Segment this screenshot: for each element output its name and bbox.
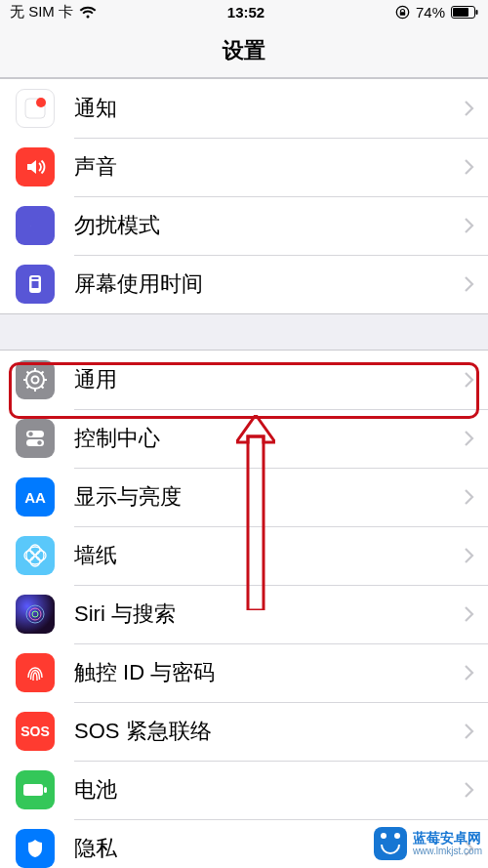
svg-point-31 — [32, 611, 38, 617]
chevron-right-icon — [465, 276, 474, 292]
row-label: 屏幕使用时间 — [74, 269, 465, 299]
svg-point-30 — [29, 608, 41, 620]
svg-point-6 — [36, 98, 46, 107]
row-do-not-disturb[interactable]: 勿扰模式 — [0, 196, 488, 255]
screen-time-icon — [16, 265, 55, 304]
chevron-right-icon — [465, 665, 474, 681]
status-right: 74% — [395, 4, 478, 21]
row-label: 声音 — [74, 152, 465, 182]
chevron-right-icon — [465, 548, 474, 563]
battery-icon — [451, 6, 478, 19]
sos-icon-text: SOS — [20, 723, 50, 739]
svg-line-16 — [27, 372, 30, 375]
general-icon — [16, 360, 55, 399]
row-display-brightness[interactable]: AA 显示与亮度 — [0, 468, 488, 526]
row-sounds[interactable]: 声音 — [0, 138, 488, 196]
svg-point-11 — [32, 377, 39, 384]
row-label: SOS 紧急联络 — [74, 717, 465, 746]
battery-settings-icon — [16, 770, 55, 809]
sounds-icon — [16, 147, 55, 186]
settings-group-2: 通用 控制中心 AA 显示与亮度 墙纸 — [0, 350, 488, 868]
chevron-right-icon — [465, 101, 474, 116]
chevron-right-icon — [465, 489, 474, 505]
chevron-right-icon — [465, 606, 474, 622]
row-touch-id[interactable]: 触控 ID 与密码 — [0, 643, 488, 702]
display-icon-text: AA — [24, 489, 46, 506]
status-left: 无 SIM 卡 — [10, 3, 97, 21]
row-battery[interactable]: 电池 — [0, 761, 488, 819]
row-label: 通知 — [74, 94, 465, 123]
row-sos[interactable]: SOS SOS 紧急联络 — [0, 702, 488, 761]
chevron-right-icon — [465, 159, 474, 175]
svg-rect-9 — [32, 277, 39, 279]
row-label: 触控 ID 与密码 — [74, 658, 465, 687]
svg-rect-32 — [23, 784, 43, 796]
siri-icon — [16, 595, 55, 634]
svg-point-24 — [26, 547, 44, 564]
status-bar: 无 SIM 卡 13:52 74% — [0, 0, 488, 23]
chevron-right-icon — [465, 723, 474, 739]
watermark-line2: www.lmkjst.com — [413, 846, 482, 856]
do-not-disturb-icon — [16, 206, 55, 245]
row-wallpaper[interactable]: 墙纸 — [0, 526, 488, 585]
row-label: 墙纸 — [74, 541, 465, 570]
wifi-icon — [79, 6, 97, 19]
svg-point-23 — [37, 440, 41, 444]
sos-icon: SOS — [16, 712, 55, 751]
svg-rect-3 — [453, 8, 468, 17]
settings-content: 通知 声音 勿扰模式 屏幕使用时间 — [0, 78, 488, 868]
orientation-lock-icon — [395, 5, 410, 20]
control-center-icon — [16, 419, 55, 458]
status-time: 13:52 — [227, 4, 264, 21]
row-screen-time[interactable]: 屏幕使用时间 — [0, 255, 488, 313]
row-label: 勿扰模式 — [74, 211, 465, 240]
row-label: 控制中心 — [74, 424, 465, 453]
watermark: 蓝莓安卓网 www.lmkjst.com — [374, 827, 482, 860]
chevron-right-icon — [465, 372, 474, 388]
chevron-right-icon — [465, 782, 474, 798]
svg-rect-4 — [475, 10, 477, 15]
svg-rect-33 — [44, 787, 47, 793]
watermark-logo-icon — [374, 827, 407, 860]
chevron-right-icon — [465, 218, 474, 233]
svg-point-21 — [28, 432, 32, 435]
row-label: 显示与亮度 — [74, 482, 465, 512]
svg-rect-8 — [32, 281, 39, 288]
row-general[interactable]: 通用 — [0, 351, 488, 409]
row-label: 电池 — [74, 775, 465, 805]
row-control-center[interactable]: 控制中心 — [0, 409, 488, 468]
nav-header: 设置 — [0, 23, 488, 78]
watermark-line1: 蓝莓安卓网 — [413, 831, 482, 846]
row-label: Siri 与搜索 — [74, 599, 465, 629]
display-brightness-icon: AA — [16, 477, 55, 517]
row-siri[interactable]: Siri 与搜索 — [0, 585, 488, 643]
battery-percent-text: 74% — [416, 4, 445, 21]
svg-line-19 — [41, 372, 44, 375]
svg-line-18 — [27, 386, 30, 389]
row-notifications[interactable]: 通知 — [0, 79, 488, 138]
carrier-text: 无 SIM 卡 — [10, 3, 73, 21]
row-label: 通用 — [74, 365, 465, 394]
page-title: 设置 — [223, 36, 265, 65]
chevron-right-icon — [465, 431, 474, 446]
touch-id-icon — [16, 653, 55, 692]
privacy-icon — [16, 829, 55, 868]
notifications-icon — [16, 89, 55, 128]
watermark-text: 蓝莓安卓网 www.lmkjst.com — [413, 831, 482, 856]
svg-rect-1 — [400, 12, 405, 16]
wallpaper-icon — [16, 536, 55, 575]
settings-group-1: 通知 声音 勿扰模式 屏幕使用时间 — [0, 78, 488, 314]
svg-line-17 — [41, 386, 44, 389]
